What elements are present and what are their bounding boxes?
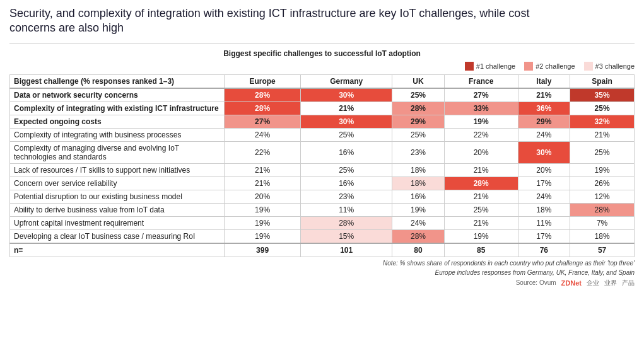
legend-box-1 (465, 62, 474, 71)
divider (9, 43, 635, 44)
cell-value: 30% (518, 141, 570, 163)
cell-value: 30% (301, 115, 392, 128)
table-row: Potential disruption to our existing bus… (10, 190, 635, 203)
table-header-row: Biggest challenge (% responses ranked 1–… (10, 74, 635, 88)
note-line-2: Europe includes responses from Germany, … (9, 269, 635, 276)
n-value: 80 (392, 243, 445, 257)
cell-value: 25% (301, 128, 392, 141)
cell-value: 24% (518, 190, 570, 203)
data-table: Biggest challenge (% responses ranked 1–… (9, 74, 635, 257)
row-label: Ability to derive business value from Io… (10, 203, 225, 216)
table-row: Lack of resources / IT skills to support… (10, 163, 635, 176)
col-header-italy: Italy (518, 74, 570, 88)
col-header-uk: UK (392, 74, 445, 88)
cell-value: 24% (225, 128, 301, 141)
cell-value: 28% (392, 101, 445, 115)
table-row: Ability to derive business value from Io… (10, 203, 635, 216)
cell-value: 28% (225, 101, 301, 115)
legend-item-3: #3 challenge (584, 62, 635, 71)
cell-value: 25% (392, 128, 445, 141)
nav-link-3[interactable]: 产品 (622, 279, 635, 287)
cell-value: 17% (518, 229, 570, 243)
cell-value: 19% (225, 216, 301, 229)
table-row: Complexity of managing diverse and evolv… (10, 141, 635, 163)
cell-value: 21% (444, 190, 518, 203)
table-row: Expected ongoing costs27%30%29%19%29%32% (10, 115, 635, 128)
cell-value: 23% (301, 190, 392, 203)
cell-value: 18% (392, 163, 445, 176)
legend-item-2: #2 challenge (524, 62, 575, 71)
cell-value: 24% (518, 128, 570, 141)
n-row: n=39910180857657 (10, 243, 635, 257)
cell-value: 18% (392, 176, 445, 190)
n-value: 399 (225, 243, 301, 257)
row-label: Complexity of integrating with existing … (10, 101, 225, 115)
legend-item-1: #1 challenge (465, 62, 515, 71)
nav-link-2[interactable]: 业界 (604, 279, 617, 287)
cell-value: 22% (225, 141, 301, 163)
table-row: Upfront capital investment requirement19… (10, 216, 635, 229)
cell-value: 18% (518, 203, 570, 216)
n-value: 57 (570, 243, 635, 257)
legend: #1 challenge #2 challenge #3 challenge (9, 62, 635, 71)
table-row: Complexity of integrating with existing … (10, 101, 635, 115)
cell-value: 21% (225, 163, 301, 176)
cell-value: 28% (301, 216, 392, 229)
n-value: 76 (518, 243, 570, 257)
col-header-label: Biggest challenge (% responses ranked 1–… (10, 74, 225, 88)
footer: Source: Ovum ZDNet 企业 业界 产品 (9, 279, 635, 287)
page-title: Security, and complexity of integration … (9, 6, 577, 36)
n-value: 101 (301, 243, 392, 257)
cell-value: 27% (444, 88, 518, 102)
col-header-france: France (444, 74, 518, 88)
cell-value: 16% (301, 176, 392, 190)
cell-value: 36% (518, 101, 570, 115)
n-value: 85 (444, 243, 518, 257)
cell-value: 33% (444, 101, 518, 115)
cell-value: 25% (301, 163, 392, 176)
chart-subtitle: Biggest specific challenges to successfu… (9, 49, 635, 58)
cell-value: 15% (301, 229, 392, 243)
cell-value: 19% (570, 163, 635, 176)
cell-value: 11% (518, 216, 570, 229)
row-label: Complexity of integrating with business … (10, 128, 225, 141)
row-label: Data or network security concerns (10, 88, 225, 102)
cell-value: 28% (570, 203, 635, 216)
n-label: n= (10, 243, 225, 257)
col-header-europe: Europe (225, 74, 301, 88)
cell-value: 21% (225, 176, 301, 190)
cell-value: 21% (444, 216, 518, 229)
cell-value: 26% (570, 176, 635, 190)
cell-value: 17% (518, 176, 570, 190)
cell-value: 25% (392, 88, 445, 102)
row-label: Expected ongoing costs (10, 115, 225, 128)
legend-box-3 (584, 62, 593, 71)
legend-label-2: #2 challenge (536, 62, 575, 70)
cell-value: 20% (518, 163, 570, 176)
legend-box-2 (524, 62, 533, 71)
cell-value: 23% (392, 141, 445, 163)
brand-label: ZDNet (561, 279, 582, 287)
row-label: Upfront capital investment requirement (10, 216, 225, 229)
row-label: Concern over service reliability (10, 176, 225, 190)
cell-value: 32% (570, 115, 635, 128)
cell-value: 16% (392, 190, 445, 203)
cell-value: 20% (444, 141, 518, 163)
table-row: Data or network security concerns28%30%2… (10, 88, 635, 102)
cell-value: 18% (570, 229, 635, 243)
cell-value: 21% (518, 88, 570, 102)
col-header-spain: Spain (570, 74, 635, 88)
table-row: Concern over service reliability21%16%18… (10, 176, 635, 190)
row-label: Complexity of managing diverse and evolv… (10, 141, 225, 163)
col-header-germany: Germany (301, 74, 392, 88)
row-label: Developing a clear IoT business case / m… (10, 229, 225, 243)
source-label: Source: Ovum (516, 279, 556, 286)
note-line-1: Note: % shows share of respondents in ea… (9, 260, 635, 267)
cell-value: 25% (570, 101, 635, 115)
legend-label-1: #1 challenge (476, 62, 515, 70)
cell-value: 21% (444, 163, 518, 176)
nav-link-1[interactable]: 企业 (587, 279, 599, 287)
cell-value: 35% (570, 88, 635, 102)
cell-value: 25% (570, 141, 635, 163)
cell-value: 19% (392, 203, 445, 216)
